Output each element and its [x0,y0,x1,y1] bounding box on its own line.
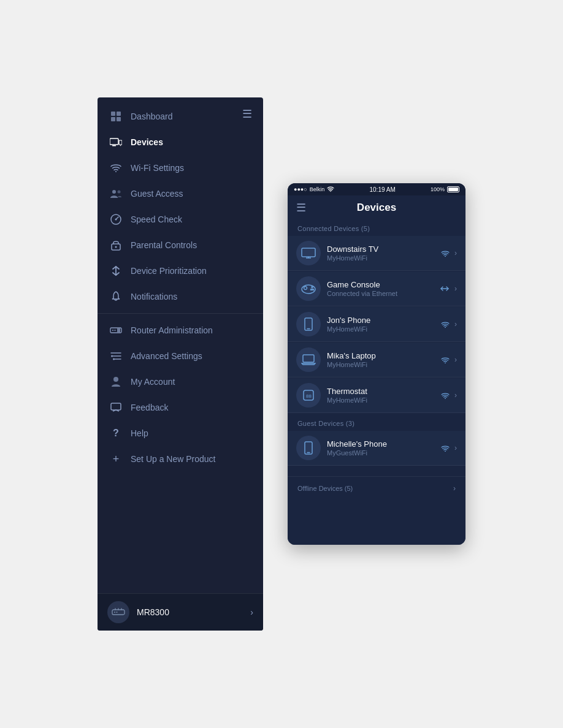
svg-point-35 [311,289,312,290]
device-avatar-thermostat: 88 [296,383,321,408]
priority-icon [110,265,122,277]
device-network-phone2: MyGuestWiFi [327,449,436,457]
battery-fill [448,188,458,191]
svg-point-7 [120,145,121,146]
list-item[interactable]: Jon's Phone MyHomeWiFi › [288,307,465,342]
router-avatar [107,601,129,623]
svg-rect-0 [111,112,115,116]
mobile-header: ☰ Devices [288,195,465,219]
connected-section-header: Connected Devices (5) [288,219,465,235]
list-item[interactable]: Mika's Laptop MyHomeWiFi › [288,343,465,377]
svg-point-17 [115,330,116,331]
sidebar-nav: ☰ Dashboard [98,97,263,593]
device-chevron-laptop: › [454,355,457,364]
svg-rect-40 [303,355,314,362]
svg-point-9 [112,190,116,194]
svg-point-30 [445,256,446,257]
device-connectivity-console [440,286,450,292]
feedback-icon [110,401,122,414]
sidebar-item-label-setup: Set Up a New Product [131,454,216,464]
device-info-phone2: Michelle's Phone MyGuestWiFi [327,439,436,457]
svg-point-16 [112,330,113,331]
bell-icon [110,290,122,303]
offline-chevron-icon: › [453,484,456,493]
device-connectivity-phone2 [441,445,450,452]
sidebar-item-label-advanced: Advanced Settings [131,351,202,361]
router-chevron-icon: › [250,607,253,617]
divider-1 [98,313,263,314]
svg-point-23 [113,377,118,382]
sidebar-item-guest[interactable]: Guest Access [98,181,263,207]
device-info-phone1: Jon's Phone MyHomeWiFi [327,316,436,333]
mobile-menu-button[interactable]: ☰ [296,201,306,214]
svg-point-21 [111,355,113,357]
speed-icon [110,213,122,226]
sidebar-item-priority[interactable]: Device Prioritization [98,258,263,284]
sidebar-item-notifications[interactable]: Notifications [98,284,263,309]
svg-point-47 [445,450,446,452]
svg-rect-2 [111,117,115,121]
sidebar-item-label-priority: Device Prioritization [131,266,207,276]
sidebar-item-wifi[interactable]: Wi-Fi Settings [98,155,263,181]
device-avatar-tv [296,241,321,265]
sidebar-item-label-feedback: Feedback [131,403,168,412]
device-chevron-console: › [454,284,457,293]
router-admin-icon [110,324,122,336]
status-bar: ●●●○ Belkin 10:19 AM 100% [288,183,465,195]
devices-icon [110,136,122,148]
sidebar-item-label-dashboard: Dashboard [131,112,173,121]
sidebar: ☰ Dashboard [98,97,263,631]
sidebar-item-setup[interactable]: + Set Up a New Product [98,446,263,472]
sidebar-item-label-parental: Parental Controls [131,240,197,250]
sidebar-item-account[interactable]: My Account [98,369,263,395]
device-network-thermostat: MyHomeWiFi [327,396,436,404]
svg-point-22 [113,358,115,360]
battery-percent: 100% [431,186,445,192]
device-name-tv: Downstairs TV [327,245,436,254]
advanced-icon [110,350,122,362]
sidebar-item-devices[interactable]: Devices [98,129,263,155]
guest-section-header: Guest Devices (3) [288,414,465,430]
sidebar-item-speed[interactable]: Speed Check [98,207,263,232]
sidebar-item-label-account: My Account [131,377,175,387]
device-chevron-tv: › [454,249,457,257]
svg-rect-3 [117,117,121,121]
svg-rect-1 [117,112,121,116]
spacer [288,466,465,476]
svg-point-14 [115,246,117,248]
sidebar-item-router-admin[interactable]: Router Administration [98,317,263,343]
sidebar-item-label-guest: Guest Access [131,189,183,199]
device-connectivity-phone1 [441,321,450,328]
sidebar-item-help[interactable]: ? Help [98,420,263,446]
sidebar-item-parental[interactable]: Parental Controls [98,232,263,258]
svg-point-28 [330,191,331,191]
account-icon [110,376,122,388]
device-chevron-phone1: › [454,320,457,328]
svg-rect-24 [111,403,121,410]
svg-text:88: 88 [306,393,312,399]
device-info-thermostat: Thermostat MyHomeWiFi [327,387,436,404]
wifi-status-icon [327,186,334,193]
sidebar-item-label-router-admin: Router Administration [131,325,213,335]
sidebar-item-dashboard[interactable]: Dashboard [98,104,263,129]
sidebar-item-advanced[interactable]: Advanced Settings [98,343,263,369]
device-avatar-phone1 [296,312,321,336]
list-item[interactable]: 88 Thermostat MyHomeWiFi › [288,378,465,413]
list-item[interactable]: Game Console Connected via Ethernet › [288,271,465,306]
list-item[interactable]: Downstairs TV MyHomeWiFi › [288,236,465,271]
sidebar-item-feedback[interactable]: Feedback [98,395,263,420]
parental-icon [110,239,122,251]
sidebar-item-label-wifi: Wi-Fi Settings [131,163,184,173]
device-avatar-laptop [296,347,321,372]
svg-rect-29 [302,248,315,257]
svg-point-10 [118,191,121,194]
router-footer[interactable]: MR8300 › [98,593,263,631]
status-bar-time: 10:19 AM [369,186,395,193]
list-item[interactable]: Michelle's Phone MyGuestWiFi › [288,431,465,466]
offline-section[interactable]: Offline Devices (5) › [288,476,465,500]
device-avatar-phone2 [296,436,321,460]
svg-point-32 [304,287,307,290]
svg-point-39 [445,327,446,328]
battery-icon [447,186,459,192]
svg-point-27 [117,612,118,613]
